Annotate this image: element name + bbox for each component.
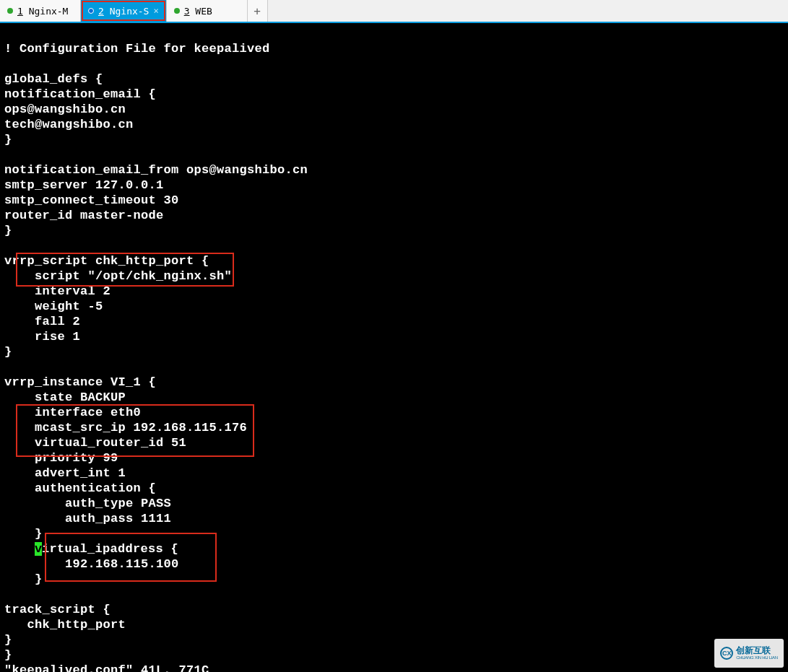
term-line: interval 2 — [4, 284, 111, 298]
tab-label: 2 Nginx-S — [98, 6, 149, 17]
term-line: vrrp_script chk_http_port { — [4, 254, 209, 268]
term-line: virtual_router_id 51 — [4, 436, 186, 450]
tab-label: 3 WEB — [184, 6, 212, 17]
term-line: fall 2 — [4, 315, 80, 328]
term-line: advert_int 1 — [4, 466, 126, 480]
term-line: ops@wangshibo.cn — [4, 102, 126, 116]
term-line: } — [4, 648, 12, 662]
term-line: auth_type PASS — [4, 497, 171, 510]
term-line: 192.168.115.100 — [4, 557, 179, 571]
tab-bar: 1 Nginx-M 2 Nginx-S × 3 WEB + — [0, 0, 788, 23]
tab-nginx-s[interactable]: 2 Nginx-S × — [81, 0, 167, 22]
term-line: notification_email_from ops@wangshibo.cn — [4, 163, 308, 177]
term-line: auth_pass 1111 — [4, 512, 171, 525]
tab-nginx-m[interactable]: 1 Nginx-M — [0, 0, 81, 22]
status-dot-icon — [7, 8, 13, 14]
term-status-line: "keepalived.conf" 41L, 771C — [4, 663, 209, 672]
watermark-en: CHUANG XIN HU LIAN — [736, 655, 778, 660]
term-line: smtp_connect_timeout 30 — [4, 193, 179, 207]
tab-web[interactable]: 3 WEB — [167, 0, 248, 22]
watermark: CX 创新互联 CHUANG XIN HU LIAN — [714, 639, 784, 668]
term-line: } — [4, 133, 12, 147]
term-line: ! Configuration File for keepalived — [4, 42, 270, 56]
status-dot-icon — [88, 8, 94, 14]
term-line: } — [4, 633, 12, 647]
term-line: weight -5 — [4, 300, 103, 313]
term-line: } — [4, 572, 43, 586]
status-dot-icon — [174, 8, 180, 14]
term-line: authentication { — [4, 481, 156, 495]
term-line: interface eth0 — [4, 406, 141, 419]
term-line: global_defs { — [4, 72, 103, 86]
term-line: chk_http_port — [4, 618, 126, 632]
watermark-cn: 创新互联 — [736, 646, 778, 655]
term-line: track_script { — [4, 603, 111, 616]
add-tab-button[interactable]: + — [248, 0, 268, 22]
term-line: router_id master-node — [4, 209, 164, 222]
close-icon[interactable]: × — [153, 6, 158, 16]
term-line-cursor: virtual_ipaddress { — [4, 542, 178, 556]
term-line: notification_email { — [4, 87, 156, 101]
term-line: script "/opt/chk_nginx.sh" — [4, 269, 232, 283]
cursor-icon: v — [35, 542, 42, 556]
term-line: tech@wangshibo.cn — [4, 118, 134, 131]
tab-label: 1 Nginx-M — [17, 6, 68, 17]
term-line: priority 99 — [4, 451, 118, 465]
term-line: } — [4, 527, 43, 541]
terminal-area[interactable]: ! Configuration File for keepalived glob… — [0, 23, 788, 672]
term-line: vrrp_instance VI_1 { — [4, 375, 156, 389]
term-line: rise 1 — [4, 330, 80, 344]
term-line: smtp_server 127.0.0.1 — [4, 178, 164, 192]
logo-icon: CX — [720, 647, 733, 660]
term-line: } — [4, 345, 12, 359]
term-line: } — [4, 224, 12, 237]
term-line: mcast_src_ip 192.168.115.176 — [4, 421, 247, 435]
term-line: state BACKUP — [4, 390, 126, 404]
